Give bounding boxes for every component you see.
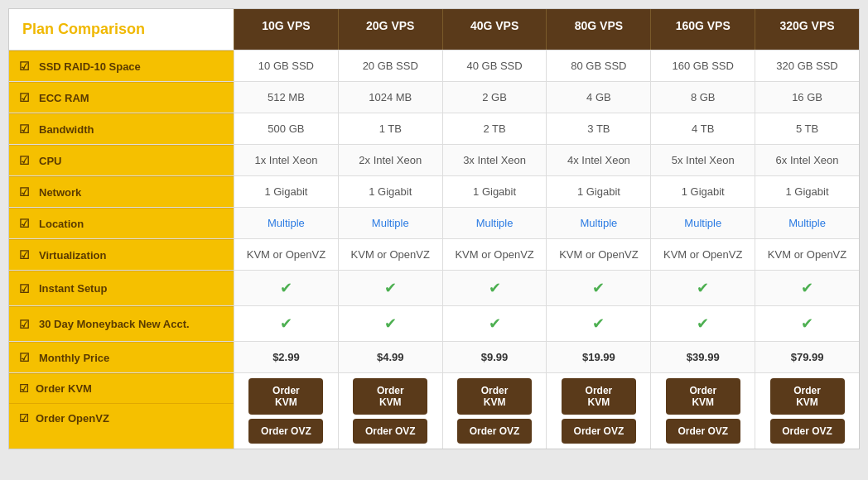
data-row-2: ☑Bandwidth500 GB1 TB2 TB3 TB4 TB5 TB	[9, 113, 859, 144]
check-icon: ☑	[19, 351, 32, 364]
data-cell-r4-c5: 1 Gigabit	[755, 176, 859, 207]
check-icon: ☑	[19, 91, 32, 104]
data-row-9: ☑Monthly Price$2.99$4.99$9.99$19.99$39.9…	[9, 341, 859, 372]
data-cell-r8-c1: ✔	[338, 306, 442, 341]
data-cell-r7-c5: ✔	[755, 271, 859, 305]
data-cell-r9-c1: $4.99	[338, 342, 442, 372]
order-kvm-button-2[interactable]: Order KVM	[457, 378, 532, 415]
green-check-icon: ✔	[489, 279, 501, 297]
plan-comparison-table: Plan Comparison 10G VPS 20G VPS 40G VPS …	[8, 8, 860, 449]
data-cell-r8-c0: ✔	[234, 306, 338, 341]
order-btns-col-0: Order KVM Order OVZ	[234, 373, 338, 449]
row-label-text: Location	[39, 218, 84, 230]
data-cell-r1-c4: 8 GB	[650, 82, 755, 113]
row-label-text: Monthly Price	[39, 352, 109, 364]
order-btns-col-2: Order KVM Order OVZ	[442, 373, 547, 449]
data-cell-r3-c1: 2x Intel Xeon	[338, 145, 442, 175]
order-ovz-button-2[interactable]: Order OVZ	[457, 419, 532, 444]
green-check-icon: ✔	[592, 279, 605, 297]
data-cell-r6-c3: KVM or OpenVZ	[546, 239, 650, 270]
data-cell-r4-c4: 1 Gigabit	[650, 176, 755, 207]
check-icon: ☑	[19, 282, 32, 295]
order-ovz-button-3[interactable]: Order OVZ	[562, 419, 636, 444]
green-check-icon: ✔	[801, 279, 813, 297]
data-row-3: ☑CPU1x Intel Xeon2x Intel Xeon3x Intel X…	[9, 144, 859, 175]
table-title: Plan Comparison	[9, 9, 234, 50]
order-btns-col-4: Order KVM Order OVZ	[650, 373, 755, 449]
order-ovz-button-4[interactable]: Order OVZ	[666, 419, 740, 444]
plan-header-1: 20G VPS	[338, 9, 442, 50]
check-icon: ☑	[19, 412, 29, 425]
green-check-icon: ✔	[489, 314, 501, 333]
order-kvm-button-0[interactable]: Order KVM	[248, 378, 323, 415]
row-label-text: Network	[39, 186, 81, 199]
data-cell-r2-c1: 1 TB	[338, 113, 442, 144]
order-kvm-button-4[interactable]: Order KVM	[666, 378, 740, 415]
data-cell-r1-c2: 2 GB	[442, 82, 547, 113]
row-label-7: ☑Instant Setup	[9, 271, 234, 305]
data-cell-r4-c0: 1 Gigabit	[234, 176, 338, 207]
data-cell-r6-c1: KVM or OpenVZ	[338, 239, 442, 270]
header-row: Plan Comparison 10G VPS 20G VPS 40G VPS …	[9, 9, 859, 50]
data-cell-r4-c2: 1 Gigabit	[442, 176, 547, 207]
plan-header-0: 10G VPS	[234, 9, 338, 50]
data-cell-r0-c4: 160 GB SSD	[650, 50, 755, 81]
data-cell-r4-c1: 1 Gigabit	[338, 176, 442, 207]
row-label-1: ☑ECC RAM	[9, 82, 234, 113]
check-icon: ☑	[19, 154, 32, 167]
row-label-2: ☑Bandwidth	[9, 113, 234, 144]
data-cell-r3-c4: 5x Intel Xeon	[650, 145, 755, 175]
order-ovz-button-5[interactable]: Order OVZ	[770, 419, 845, 444]
order-kvm-button-1[interactable]: Order KVM	[353, 378, 427, 415]
data-cell-r3-c3: 4x Intel Xeon	[546, 145, 650, 175]
row-label-text: 30 Day Moneyback New Acct.	[39, 318, 190, 330]
row-label-6: ☑Virtualization	[9, 239, 234, 270]
plan-header-3: 80G VPS	[546, 9, 650, 50]
plan-header-4: 160G VPS	[650, 9, 755, 50]
check-icon: ☑	[19, 382, 29, 395]
data-cell-r8-c5: ✔	[755, 306, 859, 341]
data-cell-r6-c0: KVM or OpenVZ	[234, 239, 338, 270]
data-cell-r7-c3: ✔	[546, 271, 650, 305]
green-check-icon: ✔	[697, 314, 709, 333]
green-check-icon: ✔	[697, 279, 709, 297]
data-cell-r5-c1: Multiple	[338, 208, 442, 238]
data-cell-r5-c2: Multiple	[442, 208, 547, 238]
order-kvm-row: ☑ Order KVM ☑ Order OpenVZ Order KVM Ord…	[9, 372, 859, 449]
data-cell-r6-c5: KVM or OpenVZ	[755, 239, 859, 270]
data-cell-r3-c2: 3x Intel Xeon	[442, 145, 547, 175]
check-icon: ☑	[19, 60, 32, 73]
green-check-icon: ✔	[592, 314, 605, 333]
row-label-text: Virtualization	[39, 249, 106, 262]
data-cell-r7-c1: ✔	[338, 271, 442, 305]
data-cell-r0-c5: 320 GB SSD	[755, 50, 859, 81]
order-ovz-button-0[interactable]: Order OVZ	[248, 419, 323, 444]
data-cell-r2-c2: 2 TB	[442, 113, 547, 144]
row-label-text: CPU	[39, 155, 61, 167]
data-cell-r1-c5: 16 GB	[755, 82, 859, 113]
data-cell-r1-c3: 4 GB	[546, 82, 650, 113]
row-label-8: ☑30 Day Moneyback New Acct.	[9, 306, 234, 341]
row-label-text: Bandwidth	[39, 123, 94, 136]
check-icon: ☑	[19, 217, 32, 230]
data-cell-r0-c3: 80 GB SSD	[546, 50, 650, 81]
data-cell-r0-c2: 40 GB SSD	[442, 50, 547, 81]
green-check-icon: ✔	[384, 279, 397, 297]
row-label-9: ☑Monthly Price	[9, 342, 234, 372]
data-cell-r8-c3: ✔	[546, 306, 650, 341]
order-kvm-button-5[interactable]: Order KVM	[770, 378, 845, 415]
data-cell-r7-c4: ✔	[650, 271, 755, 305]
data-cell-r2-c0: 500 GB	[234, 113, 338, 144]
data-row-7: ☑Instant Setup✔✔✔✔✔✔	[9, 270, 859, 305]
data-cell-r6-c4: KVM or OpenVZ	[650, 239, 755, 270]
data-cell-r0-c0: 10 GB SSD	[234, 50, 338, 81]
data-row-6: ☑VirtualizationKVM or OpenVZKVM or OpenV…	[9, 238, 859, 270]
data-cell-r2-c5: 5 TB	[755, 113, 859, 144]
order-kvm-button-3[interactable]: Order KVM	[562, 378, 636, 415]
green-check-icon: ✔	[280, 279, 292, 297]
data-cell-r0-c1: 20 GB SSD	[338, 50, 442, 81]
green-check-icon: ✔	[384, 314, 397, 333]
order-ovz-button-1[interactable]: Order OVZ	[353, 419, 427, 444]
plan-header-2: 40G VPS	[442, 9, 547, 50]
data-cell-r5-c0: Multiple	[234, 208, 338, 238]
